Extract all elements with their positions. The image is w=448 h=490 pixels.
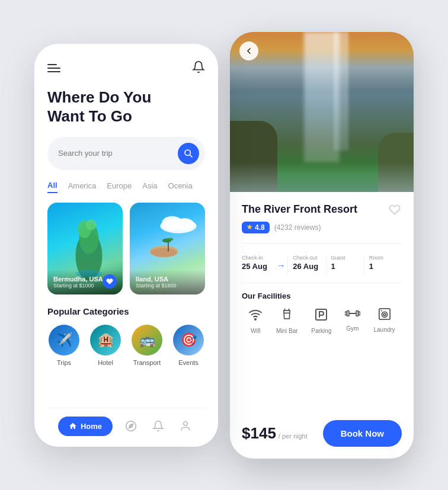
room-value: 1	[369, 262, 397, 271]
search-input[interactable]	[58, 149, 178, 158]
svg-rect-21	[356, 310, 358, 316]
facility-wifi: Wifi	[248, 308, 263, 334]
guest-value: 1	[331, 262, 359, 271]
events-label: Events	[178, 359, 199, 366]
events-icon: 🎯	[173, 325, 204, 356]
price-per-night: / per night	[279, 433, 308, 440]
tab-all[interactable]: All	[47, 181, 57, 193]
resort-title: The River Front Resort	[242, 203, 357, 216]
booking-row: Check-in 25 Aug → Check-out 26 Aug Guest…	[242, 252, 402, 274]
room-label: Room	[369, 255, 397, 261]
trips-icon: ✈️	[49, 325, 79, 356]
facility-parking: Parking	[311, 308, 331, 334]
destination-cards: Bermudha, USA Starting at $1000	[47, 203, 205, 294]
card-name-2: Iland, USA	[136, 276, 199, 283]
transport-label: Transport	[133, 359, 161, 366]
nav-home-button[interactable]: Home	[58, 417, 113, 436]
svg-point-25	[383, 313, 386, 316]
svg-point-15	[184, 422, 188, 426]
laundry-icon	[378, 308, 391, 324]
tab-asia[interactable]: Asia	[142, 181, 157, 193]
facility-gym: Gym	[345, 308, 360, 334]
minibar-icon	[280, 308, 293, 325]
gym-icon	[345, 308, 360, 322]
divider-2	[242, 283, 402, 283]
card-price-2: Starting at $1800	[136, 283, 199, 289]
right-phone: The River Front Resort ★ 4.8 (4232 revie…	[230, 32, 414, 459]
laundry-label: Laundry	[373, 326, 395, 333]
svg-point-3	[86, 219, 97, 230]
review-count: (4232 reviews)	[274, 223, 321, 232]
checkin-value: 25 Aug	[242, 262, 270, 271]
back-button[interactable]	[239, 41, 258, 60]
svg-marker-14	[129, 424, 133, 428]
menu-icon[interactable]	[47, 64, 60, 72]
categories-list: ✈️ Trips 🏨 Hotel 🚌 Transport 🎯 Events	[47, 325, 205, 366]
tab-ocenia[interactable]: Ocenia	[168, 181, 193, 193]
checkin-field[interactable]: Check-in 25 Aug	[242, 255, 274, 271]
facilities-list: Wifi Mini Bar	[242, 308, 402, 334]
transport-icon: 🚌	[132, 325, 162, 356]
rating-row: ★ 4.8 (4232 reviews)	[242, 222, 402, 233]
rating-badge: ★ 4.8	[242, 222, 270, 233]
category-trips[interactable]: ✈️ Trips	[49, 325, 79, 366]
nav-compass-icon[interactable]	[122, 417, 140, 435]
parking-icon	[314, 308, 328, 325]
home-label: Home	[81, 422, 102, 431]
destination-card-bermudha[interactable]: Bermudha, USA Starting at $1000	[47, 203, 123, 294]
checkout-label: Check-out	[293, 255, 321, 261]
top-bar	[47, 60, 205, 76]
checkout-field[interactable]: Check-out 26 Aug	[288, 255, 325, 271]
hero-image	[230, 32, 414, 192]
favorite-button[interactable]	[388, 203, 402, 217]
svg-point-9	[167, 238, 174, 241]
nav-user-icon[interactable]	[177, 417, 194, 435]
star-icon: ★	[247, 223, 252, 231]
wifi-label: Wifi	[251, 328, 261, 334]
price-book-row: $145 / per night Book Now	[242, 413, 402, 459]
trips-label: Trips	[57, 359, 71, 366]
facilities-title: Our Facilities	[242, 292, 402, 300]
tab-europe[interactable]: Europe	[107, 181, 132, 193]
guest-field[interactable]: Guest 1	[327, 255, 364, 271]
tab-america[interactable]: America	[68, 181, 97, 193]
nav-bell-icon[interactable]	[149, 417, 167, 435]
minibar-label: Mini Bar	[276, 328, 298, 334]
hotel-icon: 🏨	[90, 325, 121, 356]
room-field[interactable]: Room 1	[364, 255, 402, 271]
parking-label: Parking	[311, 328, 331, 334]
category-hotel[interactable]: 🏨 Hotel	[90, 325, 121, 366]
search-button[interactable]	[178, 143, 199, 164]
bottom-nav: Home	[47, 408, 205, 447]
resort-title-row: The River Front Resort	[242, 203, 402, 217]
card-overlay-2: Iland, USA Starting at $1800	[130, 270, 205, 294]
popular-categories-title: Popular Categories	[47, 306, 205, 316]
price-section: $145 / per night	[242, 424, 308, 443]
gym-label: Gym	[346, 325, 359, 332]
category-events[interactable]: 🎯 Events	[173, 325, 204, 366]
left-phone: Where Do You Want To Go All America Euro…	[34, 44, 218, 447]
wifi-icon	[248, 308, 263, 325]
rating-value: 4.8	[255, 223, 265, 232]
hotel-label: Hotel	[98, 359, 113, 366]
resort-info: The River Front Resort ★ 4.8 (4232 revie…	[230, 192, 414, 459]
destination-card-iland[interactable]: Iland, USA Starting at $1800	[130, 203, 205, 294]
category-tabs: All America Europe Asia Ocenia	[47, 181, 205, 193]
book-now-button[interactable]: Book Now	[323, 420, 402, 447]
arrow-icon: →	[277, 256, 285, 270]
guest-label: Guest	[331, 255, 359, 261]
notification-icon[interactable]	[192, 60, 205, 76]
search-bar[interactable]	[47, 137, 205, 170]
svg-point-6	[151, 248, 177, 257]
divider-1	[242, 243, 402, 244]
category-transport[interactable]: 🚌 Transport	[132, 325, 162, 366]
checkin-label: Check-in	[242, 255, 270, 261]
favorite-button-1[interactable]	[103, 274, 117, 289]
svg-point-12	[175, 218, 194, 230]
svg-rect-20	[347, 310, 348, 316]
page-heading: Where Do You Want To Go	[47, 88, 205, 126]
checkout-value: 26 Aug	[293, 262, 321, 271]
svg-point-16	[255, 319, 256, 320]
facility-minibar: Mini Bar	[276, 308, 298, 334]
facility-laundry: Laundry	[373, 308, 395, 334]
